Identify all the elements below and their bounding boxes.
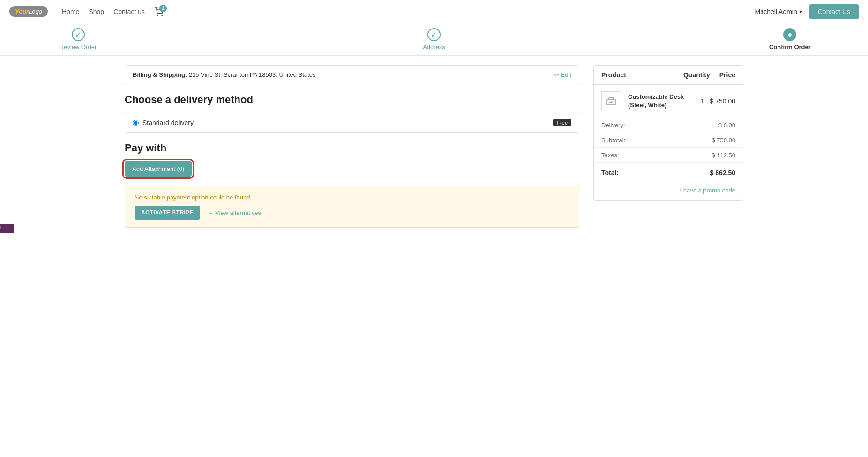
svg-point-0 bbox=[157, 15, 158, 15]
step-address: ✓ Address bbox=[374, 28, 493, 51]
warning-text: No suitable payment option could be foun… bbox=[135, 194, 569, 201]
delivery-row-value: $ 0.00 bbox=[718, 122, 735, 129]
col-quantity: Quantity bbox=[683, 71, 710, 79]
product-price: $ 750.00 bbox=[710, 97, 736, 105]
subtotal-row: Subtotal: $ 750.00 bbox=[594, 133, 743, 148]
delivery-option[interactable]: Standard delivery Free bbox=[125, 113, 579, 133]
main-content: Billing & Shipping: 215 Vine St, Scranto… bbox=[106, 56, 762, 237]
edit-link[interactable]: ✏ Edit bbox=[554, 71, 571, 78]
checkout-steps: ✓ Review Order ✓ Address ● Confirm Order bbox=[0, 23, 868, 56]
left-section: Billing & Shipping: 215 Vine St, Scranto… bbox=[125, 65, 579, 228]
nav-contact-us[interactable]: Contact us bbox=[113, 8, 145, 15]
step-address-icon: ✓ bbox=[427, 28, 441, 41]
step-line-2 bbox=[494, 35, 731, 35]
nav-home[interactable]: Home bbox=[62, 8, 79, 15]
product-quantity: 1 bbox=[701, 97, 704, 105]
taxes-value: $ 112.50 bbox=[711, 152, 735, 159]
warning-box: No suitable payment option could be foun… bbox=[125, 186, 579, 228]
order-item: Customizable Desk (Steel, White) 1 $ 750… bbox=[594, 85, 743, 118]
nav-links: Home Shop Contact us 1 bbox=[62, 7, 755, 16]
cart-count: 1 bbox=[159, 5, 167, 12]
step-confirm: ● Confirm Order bbox=[731, 28, 849, 51]
order-summary-header: Product Quantity Price bbox=[594, 66, 743, 85]
step-line-1 bbox=[137, 35, 374, 35]
step-confirm-label: Confirm Order bbox=[769, 44, 811, 51]
subtotal-label: Subtotal: bbox=[601, 137, 625, 144]
billing-label: Billing & Shipping: bbox=[133, 71, 187, 78]
col-product: Product bbox=[601, 71, 674, 79]
col-price: Price bbox=[719, 71, 735, 79]
activate-stripe-button[interactable]: ACTIVATE STRIPE bbox=[135, 206, 200, 220]
billing-box: Billing & Shipping: 215 Vine St, Scranto… bbox=[125, 65, 579, 84]
cart-icon[interactable]: 1 bbox=[154, 7, 164, 16]
order-summary: Product Quantity Price Customizable Desk… bbox=[593, 65, 743, 201]
navbar-right: Mitchell Admin ▾ Contact Us bbox=[755, 4, 859, 19]
step-review-label: Review Order bbox=[60, 44, 97, 51]
delivery-option-text: Standard delivery bbox=[142, 119, 194, 126]
taxes-row: Taxes: $ 112.50 bbox=[594, 148, 743, 163]
right-section: Product Quantity Price Customizable Desk… bbox=[593, 65, 743, 228]
add-attachment-button[interactable]: Add Attachment (0) bbox=[125, 161, 192, 177]
product-icon bbox=[601, 91, 621, 111]
step-confirm-icon: ● bbox=[783, 28, 796, 41]
free-badge: Free bbox=[553, 119, 571, 126]
edit-icon: ✏ bbox=[554, 71, 559, 78]
promo-link[interactable]: I have a promo code bbox=[594, 182, 743, 200]
view-alternatives-link[interactable]: → View alternatives bbox=[207, 209, 261, 216]
taxes-label: Taxes: bbox=[601, 152, 619, 159]
subtotal-value: $ 750.00 bbox=[711, 137, 735, 144]
delivery-radio[interactable] bbox=[133, 120, 139, 126]
step-review: ✓ Review Order bbox=[19, 28, 137, 51]
delivery-title: Choose a delivery method bbox=[125, 94, 579, 106]
payment-title: Pay with bbox=[125, 142, 579, 154]
billing-address: 215 Vine St, Scranton PA 18503, United S… bbox=[189, 71, 316, 78]
delivery-option-label[interactable]: Standard delivery bbox=[133, 119, 194, 126]
side-badge: J bbox=[0, 224, 14, 233]
logo[interactable]: YourLogo bbox=[9, 6, 48, 17]
billing-text: Billing & Shipping: 215 Vine St, Scranto… bbox=[133, 71, 315, 78]
svg-point-1 bbox=[162, 15, 163, 15]
edit-label: Edit bbox=[561, 71, 571, 78]
user-dropdown[interactable]: Mitchell Admin ▾ bbox=[755, 8, 802, 15]
step-review-icon: ✓ bbox=[72, 28, 85, 41]
nav-shop[interactable]: Shop bbox=[89, 8, 104, 15]
delivery-row: Delivery: $ 0.00 bbox=[594, 118, 743, 133]
product-name: Customizable Desk (Steel, White) bbox=[628, 93, 695, 110]
step-address-label: Address bbox=[423, 44, 445, 51]
total-row: Total: $ 862.50 bbox=[594, 163, 743, 182]
total-value: $ 862.50 bbox=[710, 169, 736, 177]
delivery-row-label: Delivery: bbox=[601, 122, 625, 129]
navbar: YourLogo Home Shop Contact us 1 Mitchell… bbox=[0, 0, 868, 23]
dropdown-arrow-icon: ▾ bbox=[799, 8, 802, 15]
warning-actions: ACTIVATE STRIPE → View alternatives bbox=[135, 206, 569, 220]
contact-us-button[interactable]: Contact Us bbox=[809, 4, 859, 19]
total-label: Total: bbox=[601, 169, 619, 177]
user-name: Mitchell Admin bbox=[755, 8, 797, 15]
